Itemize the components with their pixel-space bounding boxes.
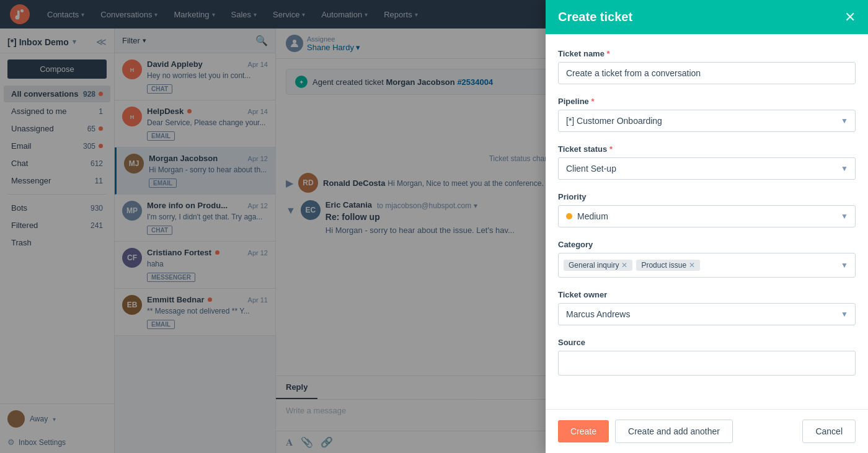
remove-product-tag[interactable]: ✕ xyxy=(689,261,695,270)
ticket-status-select[interactable]: Client Set-up New In Progress Closed xyxy=(558,157,856,180)
create-button[interactable]: Create xyxy=(558,420,609,442)
cancel-button[interactable]: Cancel xyxy=(802,420,856,443)
modal-footer: Create Create and add another Cancel xyxy=(546,409,868,453)
pipeline-group: Pipeline * [*] Customer Onboarding Suppo… xyxy=(558,97,856,132)
source-label: Source xyxy=(558,338,856,347)
priority-group: Priority Medium ▼ xyxy=(558,192,856,227)
modal-overlay: Create ticket ✕ Ticket name * Pipeline * xyxy=(0,0,868,453)
pipeline-label: Pipeline * xyxy=(558,97,856,106)
category-tag-product: Product issue ✕ xyxy=(636,260,700,271)
ticket-owner-select-wrapper: Marcus Andrews ▼ xyxy=(558,303,856,325)
category-group: Category General inquiry ✕ Product issue… xyxy=(558,240,856,278)
ticket-status-select-wrapper: Client Set-up New In Progress Closed ▼ xyxy=(558,157,856,180)
ticket-owner-select[interactable]: Marcus Andrews xyxy=(558,303,856,325)
modal-close-button[interactable]: ✕ xyxy=(844,11,856,24)
priority-dot xyxy=(566,213,572,219)
ticket-name-group: Ticket name * xyxy=(558,49,856,84)
priority-select-wrapper: Medium ▼ xyxy=(558,205,856,227)
pipeline-select[interactable]: [*] Customer Onboarding Support Pipeline… xyxy=(558,110,856,132)
modal-header: Create ticket ✕ xyxy=(546,0,868,34)
source-group: Source xyxy=(558,338,856,376)
create-and-add-another-button[interactable]: Create and add another xyxy=(615,420,733,443)
ticket-status-label: Ticket status * xyxy=(558,144,856,154)
priority-label: Priority xyxy=(558,192,856,201)
source-input[interactable] xyxy=(558,351,856,376)
priority-display[interactable]: Medium xyxy=(558,205,856,227)
ticket-name-input[interactable] xyxy=(558,62,856,84)
category-tag-general: General inquiry ✕ xyxy=(564,260,632,271)
create-ticket-modal: Create ticket ✕ Ticket name * Pipeline * xyxy=(546,0,868,453)
modal-body: Ticket name * Pipeline * [*] Customer On… xyxy=(546,34,868,409)
category-label: Category xyxy=(558,240,856,249)
remove-general-tag[interactable]: ✕ xyxy=(621,261,627,270)
category-chevron-icon: ▼ xyxy=(841,261,848,270)
priority-chevron-icon: ▼ xyxy=(841,212,848,221)
ticket-owner-label: Ticket owner xyxy=(558,290,856,299)
modal-title: Create ticket xyxy=(558,10,632,24)
ticket-name-label: Ticket name * xyxy=(558,49,856,58)
ticket-status-group: Ticket status * Client Set-up New In Pro… xyxy=(558,144,856,180)
category-display[interactable]: General inquiry ✕ Product issue ✕ xyxy=(558,253,856,278)
pipeline-select-wrapper: [*] Customer Onboarding Support Pipeline… xyxy=(558,110,856,132)
ticket-owner-group: Ticket owner Marcus Andrews ▼ xyxy=(558,290,856,325)
